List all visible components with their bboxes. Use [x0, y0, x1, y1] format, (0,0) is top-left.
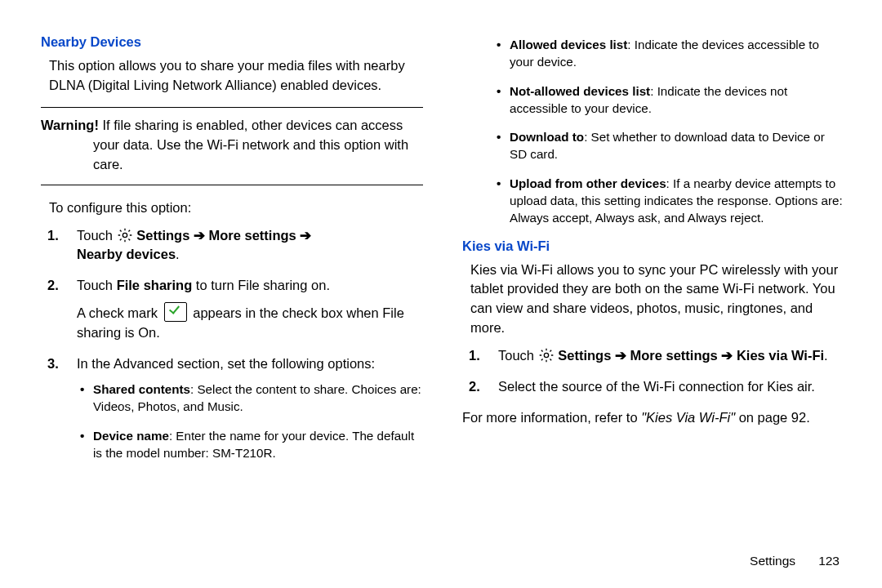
- step-2-note: A check mark appears in the check box wh…: [77, 302, 423, 343]
- footer-section: Settings: [750, 554, 795, 568]
- kies-step-2: 2. Select the source of the Wi-Fi connec…: [469, 377, 844, 397]
- warning-box: Warning! If file sharing is enabled, oth…: [41, 107, 423, 185]
- step-text: to turn File sharing on.: [192, 278, 330, 292]
- path-settings: Settings: [136, 228, 194, 243]
- step-number: 2.: [47, 276, 59, 296]
- warning-text-rest: your data. Use the Wi-Fi network and thi…: [41, 136, 423, 175]
- option-device-name: Device name: Enter the name for your dev…: [80, 427, 423, 462]
- checkmark-icon: [164, 302, 187, 322]
- step-number: 1.: [47, 226, 59, 246]
- step-text: Touch: [498, 348, 538, 363]
- kies-intro-text: Kies via Wi-Fi allows you to sync your P…: [462, 261, 844, 339]
- note-text: A check mark: [77, 305, 162, 320]
- arrow-icon: ➔: [721, 348, 733, 363]
- manual-page: Nearby Devices This option allows you to…: [0, 0, 882, 588]
- option-allowed-devices: Allowed devices list: Indicate the devic…: [497, 36, 844, 71]
- step-number: 1.: [469, 346, 480, 366]
- warning-label: Warning!: [41, 118, 102, 132]
- svg-point-1: [544, 354, 548, 358]
- more-info-prefix: For more information, refer to: [462, 410, 641, 425]
- steps-list-left: 1. Touch Settings ➔ More settings ➔ Near…: [47, 226, 423, 462]
- steps-list-kies: 1. Touch Settings ➔ More settings ➔ Kies…: [469, 346, 844, 397]
- step-text: Touch: [77, 228, 117, 243]
- path-settings: Settings: [558, 348, 615, 363]
- path-more-settings: More settings: [205, 228, 300, 243]
- path-more-settings: More settings: [626, 348, 721, 363]
- option-title: Upload from other devices: [510, 176, 666, 190]
- period: .: [176, 247, 180, 261]
- option-title: Device name: [93, 429, 169, 443]
- step-number: 3.: [47, 354, 59, 374]
- step-3: 3. In the Advanced section, set the foll…: [47, 354, 423, 461]
- step-1: 1. Touch Settings ➔ More settings ➔ Near…: [47, 226, 423, 265]
- option-title: Shared contents: [93, 382, 190, 396]
- warning-text-line1: If file sharing is enabled, other device…: [102, 118, 403, 132]
- period: .: [824, 348, 828, 363]
- step-text: Touch: [77, 278, 117, 292]
- advanced-options-list-cont: Allowed devices list: Indicate the devic…: [497, 36, 844, 227]
- configure-lead: To configure this option:: [41, 198, 423, 218]
- step-2: 2. Touch File sharing to turn File shari…: [47, 276, 423, 343]
- path-kies-via-wifi: Kies via Wi-Fi: [733, 348, 824, 363]
- option-title: Download to: [510, 130, 584, 144]
- option-not-allowed-devices: Not-allowed devices list: Indicate the d…: [497, 82, 844, 118]
- advanced-options-list: Shared contents: Select the content to s…: [80, 381, 423, 461]
- arrow-icon: ➔: [615, 348, 626, 363]
- arrow-icon: ➔: [194, 228, 205, 243]
- option-download-to: Download to: Set whether to download dat…: [497, 128, 844, 163]
- intro-text: This option allows you to share your med…: [41, 56, 423, 96]
- right-column: Allowed devices list: Indicate the devic…: [462, 34, 844, 565]
- more-info-ref: For more information, refer to "Kies Via…: [462, 408, 844, 428]
- option-title: Allowed devices list: [510, 38, 627, 51]
- arrow-icon: ➔: [300, 228, 311, 243]
- gear-icon: [538, 347, 555, 363]
- step-text: Select the source of the Wi-Fi connectio…: [498, 379, 815, 394]
- step-number: 2.: [469, 377, 480, 397]
- svg-point-0: [122, 233, 127, 237]
- more-info-link: "Kies Via Wi-Fi": [641, 410, 735, 425]
- option-shared-contents: Shared contents: Select the content to s…: [80, 381, 423, 416]
- left-column: Nearby Devices This option allows you to…: [41, 34, 423, 565]
- option-upload-from-other: Upload from other devices: If a nearby d…: [497, 175, 844, 227]
- page-footer: Settings123: [750, 554, 840, 568]
- option-title: Not-allowed devices list: [510, 84, 650, 98]
- heading-kies-via-wifi: Kies via Wi-Fi: [462, 238, 844, 254]
- file-sharing-label: File sharing: [117, 278, 193, 292]
- path-nearby-devices: Nearby devices: [77, 247, 176, 261]
- heading-nearby-devices: Nearby Devices: [41, 34, 423, 50]
- kies-step-1: 1. Touch Settings ➔ More settings ➔ Kies…: [469, 346, 844, 366]
- step-text: In the Advanced section, set the followi…: [77, 356, 375, 371]
- more-info-suffix: on page 92.: [735, 410, 810, 425]
- footer-page-number: 123: [818, 554, 840, 568]
- gear-icon: [117, 227, 133, 243]
